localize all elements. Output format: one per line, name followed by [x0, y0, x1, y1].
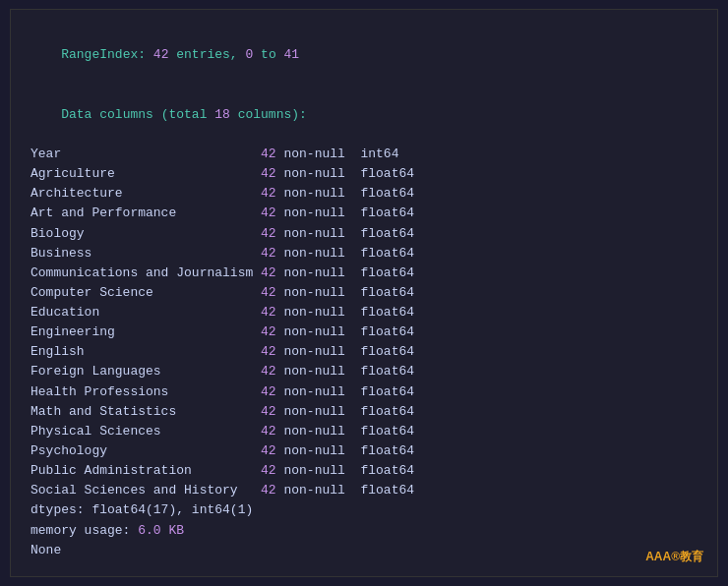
- rangeindex-count: 42: [153, 47, 169, 62]
- row-education: Education 42 non-null float64: [30, 303, 698, 322]
- row-architecture: Architecture 42 non-null float64: [30, 184, 698, 204]
- row-year: Year 42 non-null int64: [30, 145, 698, 164]
- terminal-output: RangeIndex: 42 entries, 0 to 41 Data col…: [10, 9, 718, 577]
- row-psychology: Psychology 42 non-null float64: [30, 441, 698, 461]
- row-physical: Physical Sciences 42 non-null float64: [30, 422, 698, 441]
- row-math: Math and Statistics 42 non-null float64: [30, 402, 698, 422]
- watermark-suffix: ®教育: [671, 550, 703, 563]
- row-health: Health Professions 42 non-null float64: [30, 382, 698, 402]
- rangeindex-line: RangeIndex: 42 entries, 0 to 41: [30, 26, 698, 85]
- row-foreign: Foreign Languages 42 non-null float64: [30, 362, 698, 381]
- datacolumns-line: Data columns (total 18 columns):: [30, 86, 698, 145]
- watermark: AAA®教育: [645, 548, 703, 566]
- row-art: Art and Performance 42 non-null float64: [30, 204, 698, 223]
- row-agriculture: Agriculture 42 non-null float64: [30, 164, 698, 184]
- row-comms: Communications and Journalism 42 non-nul…: [30, 264, 698, 283]
- row-social: Social Sciences and History 42 non-null …: [30, 481, 698, 500]
- row-engineering: Engineering 42 non-null float64: [30, 322, 698, 342]
- rangeindex-label: RangeIndex:: [61, 47, 153, 62]
- row-business: Business 42 non-null float64: [30, 244, 698, 264]
- row-biology: Biology 42 non-null float64: [30, 224, 698, 244]
- dtypes-line: dtypes: float64(17), int64(1): [30, 500, 698, 520]
- memory-line: memory usage: 6.0 KB: [30, 521, 698, 541]
- none-line: None: [30, 541, 698, 560]
- row-cs: Computer Science 42 non-null float64: [30, 283, 698, 303]
- row-publicadmin: Public Administration 42 non-null float6…: [30, 461, 698, 481]
- row-english: English 42 non-null float64: [30, 342, 698, 362]
- watermark-brand: AAA: [645, 550, 671, 563]
